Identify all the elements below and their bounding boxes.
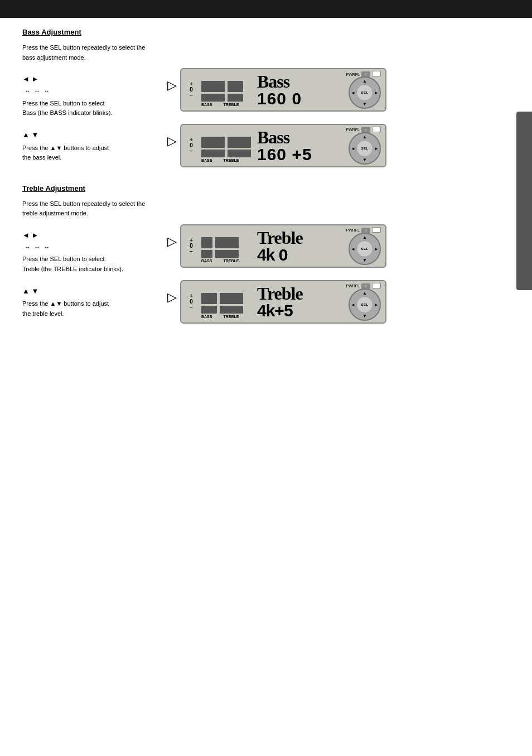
lcd-left-2: + 0 − <box>186 137 197 154</box>
sel-left-4: ◄ <box>351 302 355 307</box>
lr-arrows-2: ◄ ► <box>22 230 38 242</box>
lcd-bars-area-4: BASS TREBLE <box>201 285 252 319</box>
sel-outer-3: ▲ ▼ ◄ ► SEL <box>349 233 381 265</box>
display-arrow-4: ▷ <box>167 290 177 305</box>
lcd-main-1: Bass 160 0 <box>257 73 344 107</box>
sel-down-1: ▼ <box>362 102 367 107</box>
bass-instruction-1: ◄ ► ↔ ↔ ↔ Press the SEL button to select… <box>22 68 167 118</box>
lcd-bars-area-3: BASS TREBLE <box>201 229 252 263</box>
lcd-left-1: + 0 − <box>186 81 197 98</box>
treble-lcd-2: PWRFL ▽ + 0 − <box>180 280 386 324</box>
bass-label-4: BASS <box>201 315 212 319</box>
bass-display-row-2: ▲ ▼ Press the ▲▼ buttons to adjustthe ba… <box>22 124 504 167</box>
sel-up-3: ▲ <box>362 235 367 240</box>
treble-display-row-1: ◄ ► ↔ ↔ ↔ Press the SEL button to select… <box>22 224 504 275</box>
lcd-minus-2: − <box>190 148 193 154</box>
sel-left-2: ◄ <box>351 146 355 151</box>
treble-section-title: Treble Adjustment <box>22 184 504 192</box>
bass-bar-bottom-2 <box>201 150 225 157</box>
lr-arrows-1: ◄ ► <box>22 74 38 85</box>
treble-instruction-2: ▲ ▼ Press the ▲▼ buttons to adjustthe tr… <box>22 280 167 319</box>
bass-section: Bass Adjustment Press the SEL button rep… <box>22 28 504 167</box>
sel-widget-1: ▲ ▼ ◄ ► SEL <box>349 71 381 109</box>
sel-outer-4: ▲ ▼ ◄ ► SEL <box>349 288 381 321</box>
sel-right-4: ► <box>374 302 379 307</box>
bass-bar-bottom-3 <box>201 250 212 258</box>
sel-left-3: ◄ <box>351 246 355 251</box>
bass-bar-2 <box>201 137 225 148</box>
sel-widget-4: ▲ ▼ ◄ ► SEL <box>349 283 381 321</box>
bass-label-2: BASS <box>201 158 212 162</box>
bass-value-1: 160 0 <box>257 90 344 107</box>
bass-bar-bottom-4 <box>201 306 217 314</box>
top-rect-1 <box>372 71 381 76</box>
sel-right-3: ► <box>374 246 379 251</box>
treble-bar-4 <box>220 293 243 304</box>
bass-instruction-2: ▲ ▼ Press the ▲▼ buttons to adjustthe ba… <box>22 124 167 163</box>
bass-bar-3 <box>201 237 212 248</box>
top-rect-4 <box>372 283 381 288</box>
sel-widget-2: ▲ ▼ ◄ ► SEL <box>349 127 381 165</box>
treble-bar-3 <box>215 237 239 248</box>
sel-inner-1[interactable]: SEL <box>356 84 373 101</box>
bass-title-2: Bass <box>257 128 344 146</box>
bass-lcd-2: PWRFL ▽ + 0 − <box>180 124 386 167</box>
treble-label-4: TREBLE <box>223 315 239 319</box>
bass-title-1: Bass <box>257 73 344 90</box>
treble-instruction-1: ◄ ► ↔ ↔ ↔ Press the SEL button to select… <box>22 224 167 275</box>
sel-right-1: ► <box>374 90 379 95</box>
sel-up-2: ▲ <box>362 134 367 139</box>
display-arrow-2: ▷ <box>167 134 177 148</box>
treble-display-row-2: ▲ ▼ Press the ▲▼ buttons to adjustthe tr… <box>22 280 504 324</box>
lcd-bars-area-1: BASS TREBLE <box>201 73 252 107</box>
treble-label-1: TREBLE <box>223 103 239 107</box>
treble-title-1: Treble <box>257 229 344 247</box>
lcd-main-2: Bass 160 +5 <box>257 128 344 163</box>
lcd-left-3: + 0 − <box>186 238 197 254</box>
bass-section-title: Bass Adjustment <box>22 28 504 36</box>
sel-right-2: ► <box>374 146 379 151</box>
display-arrow-1: ▷ <box>167 78 177 93</box>
sel-inner-3[interactable]: SEL <box>356 240 373 257</box>
sel-down-4: ▼ <box>362 314 367 319</box>
top-bar <box>0 0 532 18</box>
sel-down-2: ▼ <box>362 157 367 162</box>
bass-bar-1 <box>201 81 225 92</box>
ud-arrows-1: ▲ ▼ <box>22 129 38 141</box>
bass-value-2: 160 +5 <box>257 146 344 163</box>
treble-lcd-1: PWRFL ▽ + 0 − <box>180 224 386 268</box>
top-rect-2 <box>372 127 381 132</box>
sel-inner-4[interactable]: SEL <box>356 296 373 313</box>
sel-up-4: ▲ <box>362 291 367 296</box>
sel-outer-2: ▲ ▼ ◄ ► SEL <box>349 132 381 165</box>
bass-description: Press the SEL button repeatedly to selec… <box>22 43 504 62</box>
right-tab <box>516 112 532 290</box>
treble-description: Press the SEL button repeatedly to selec… <box>22 199 504 219</box>
sel-down-3: ▼ <box>362 258 367 263</box>
bass-label-1: BASS <box>201 103 212 107</box>
bass-display-row-1: ◄ ► ↔ ↔ ↔ Press the SEL button to select… <box>22 68 504 118</box>
treble-value-1: 4k 0 <box>257 247 344 263</box>
treble-bar-bottom-2 <box>228 150 251 157</box>
lcd-minus-1: − <box>190 93 193 98</box>
treble-bar-bottom-1 <box>228 94 243 102</box>
sel-inner-2[interactable]: SEL <box>356 140 373 157</box>
top-rect-3 <box>372 227 381 233</box>
treble-label-2: TREBLE <box>223 158 239 162</box>
treble-bar-2 <box>228 137 251 148</box>
bass-bar-bottom-1 <box>201 94 225 102</box>
lcd-minus-4: − <box>190 305 193 310</box>
lcd-main-4: Treble 4k+5 <box>257 285 344 319</box>
treble-bar-1 <box>228 81 243 92</box>
sel-left-1: ◄ <box>351 90 355 95</box>
treble-bar-bottom-3 <box>215 250 239 258</box>
treble-section: Treble Adjustment Press the SEL button r… <box>22 184 504 324</box>
bass-label-3: BASS <box>201 259 212 263</box>
sel-widget-3: ▲ ▼ ◄ ► SEL <box>349 227 381 265</box>
treble-value-2: 4k+5 <box>257 302 344 319</box>
treble-title-2: Treble <box>257 285 344 302</box>
bass-bar-4 <box>201 293 217 304</box>
treble-bar-bottom-4 <box>220 306 243 314</box>
sel-up-1: ▲ <box>362 79 367 84</box>
bass-lcd-1: PWRFL ▽ + 0 − <box>180 68 386 112</box>
